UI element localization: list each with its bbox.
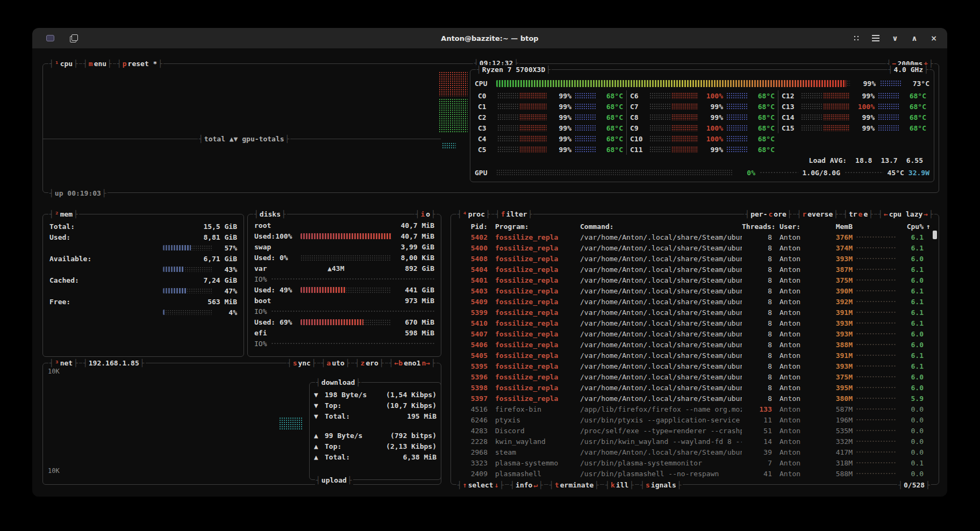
process-pid: 5400 [456, 244, 488, 252]
process-command: /var/home/Anton/.local/share/Steam/ubunt [573, 287, 742, 295]
select-up-icon[interactable]: ↑ [463, 480, 467, 490]
net-interface-selector[interactable]: ←beno1n→ [388, 358, 437, 368]
proc-toggle-button[interactable]: tree [842, 210, 874, 219]
process-row[interactable]: 5396 fossilize_repla /var/home/Anton/.lo… [456, 371, 933, 382]
net-prev-interface-button[interactable]: ←b [395, 358, 403, 368]
disk-used-value: 670 MiB [396, 318, 434, 326]
cpu-box: ¹cpu menu preset * 09:12:32 −2000ms+ tot… [42, 63, 939, 193]
signals-button[interactable]: signals [639, 480, 682, 490]
process-row[interactable]: 5407 fossilize_repla /var/home/Anton/.lo… [456, 328, 933, 339]
core-temp-graph [575, 135, 596, 142]
process-mem: 375M [817, 373, 853, 381]
header-program[interactable]: Program: [488, 223, 573, 231]
net-box-title[interactable]: ³net [48, 358, 79, 368]
header-user[interactable]: User: [772, 223, 817, 231]
process-row[interactable]: 5402 fossilize_repla /var/home/Anton/.lo… [456, 232, 933, 242]
process-program: steam [488, 448, 573, 456]
process-row[interactable]: 2228 kwin_wayland /usr/bin/kwin_wayland … [456, 436, 933, 447]
process-threads: 8 [742, 266, 772, 274]
process-row[interactable]: 3323 plasma-systemmo /usr/bin/plasma-sys… [456, 457, 933, 468]
select-buttons[interactable]: ↑select↓ [456, 480, 505, 490]
header-threads[interactable]: Threads: [742, 223, 772, 231]
process-row[interactable]: 5404 fossilize_repla /var/home/Anton/.lo… [456, 264, 933, 275]
process-pid: 5399 [456, 308, 488, 317]
process-user: Anton [772, 448, 817, 456]
proc-toggle-button[interactable]: per-core [744, 210, 792, 219]
process-row[interactable]: 6246 ptyxis /usr/bin/ptyxis --gapplicati… [456, 414, 933, 425]
process-row[interactable]: 2968 steam /var/home/Anton/.local/share/… [456, 447, 933, 457]
minimize-button[interactable]: ∨ [888, 31, 902, 45]
process-row[interactable]: 5410 fossilize_repla /var/home/Anton/.lo… [456, 318, 933, 328]
proc-toggle-button[interactable]: reverse [796, 210, 839, 219]
new-tab-button[interactable] [67, 31, 81, 45]
close-button[interactable]: × [927, 31, 941, 45]
process-row[interactable]: 5403 fossilize_repla /var/home/Anton/.lo… [456, 285, 933, 296]
process-row[interactable]: 4283 Discord /proc/self/exe --type=rende… [456, 425, 933, 436]
proc-box-title[interactable]: ⁴proc [456, 210, 491, 219]
process-cpu-graph [853, 256, 900, 261]
disk-used-label: Used: 0% [254, 254, 296, 262]
process-program: fossilize_repla [488, 373, 573, 381]
process-mem: 375M [817, 276, 853, 284]
process-cpu-percent: 6.1 [900, 298, 924, 306]
process-program: fossilize_repla [488, 233, 573, 241]
info-button[interactable]: info↵ [509, 480, 544, 490]
process-program: plasma-systemmo [488, 459, 573, 467]
net-toggle-button[interactable]: sync [287, 358, 317, 368]
terminate-button[interactable]: terminate [548, 480, 600, 490]
app-icon[interactable] [43, 31, 57, 45]
sort-direction-icon[interactable]: ↑ [924, 223, 933, 231]
process-row[interactable]: 5405 fossilize_repla /var/home/Anton/.lo… [456, 350, 933, 361]
menu-button[interactable]: menu [82, 59, 113, 68]
sort-prev-button[interactable]: ← [884, 210, 888, 219]
mem-box-title[interactable]: ²mem [48, 210, 79, 219]
upload-stat-line: ▲ Total: 6,38 MiB [314, 451, 437, 462]
core-temp: 68°C [599, 135, 623, 143]
process-row[interactable]: 5400 fossilize_repla /var/home/Anton/.lo… [456, 242, 933, 253]
process-program: fossilize_repla [488, 298, 573, 306]
kill-button[interactable]: kill [604, 480, 635, 490]
filter-button[interactable]: filter [495, 210, 534, 219]
tab-overview-button[interactable] [849, 31, 863, 45]
net-toggle-button[interactable]: zero [354, 358, 385, 368]
maximize-button[interactable]: ∧ [907, 31, 921, 45]
core-usage-graph [649, 92, 698, 99]
process-row[interactable]: 5399 fossilize_repla /var/home/Anton/.lo… [456, 307, 933, 318]
net-next-interface-button[interactable]: n→ [422, 358, 431, 368]
io-mode-button[interactable]: io [414, 210, 437, 219]
header-memb[interactable]: MemB [817, 223, 853, 231]
main-menu-button[interactable] [869, 31, 883, 45]
process-mem: 388M [817, 341, 853, 349]
net-toggle-button[interactable]: auto [320, 358, 351, 368]
preset-button[interactable]: preset * [116, 59, 163, 68]
header-command[interactable]: Command: [573, 223, 742, 231]
process-mem: 376M [817, 233, 853, 241]
process-row[interactable]: 5397 fossilize_repla /var/home/Anton/.lo… [456, 393, 933, 404]
process-row[interactable]: 5408 fossilize_repla /var/home/Anton/.lo… [456, 253, 933, 264]
window-title: Anton@bazzite:~ — btop [32, 34, 947, 42]
process-row[interactable]: 5401 fossilize_repla /var/home/Anton/.lo… [456, 275, 933, 285]
process-mem: 391M [817, 351, 853, 360]
process-command: /proc/self/exe --type=renderer --crashpa [573, 427, 742, 435]
select-down-icon[interactable]: ↓ [495, 480, 499, 490]
net-scale-bottom: 10K [48, 467, 60, 475]
process-row[interactable]: 5395 fossilize_repla /var/home/Anton/.lo… [456, 361, 933, 371]
download-stat-line: ▼ Top: (10,7 Kibps) [314, 400, 437, 411]
cpu-box-title[interactable]: ¹cpu [48, 59, 79, 68]
core-temp-graph [726, 146, 748, 153]
process-row[interactable]: 2409 plasmashell /usr/bin/plasmashell --… [456, 468, 933, 479]
process-user: Anton [772, 351, 817, 360]
process-row[interactable]: 5409 fossilize_repla /var/home/Anton/.lo… [456, 296, 933, 307]
header-pid[interactable]: Pid: [456, 223, 488, 231]
process-row[interactable]: 5398 fossilize_repla /var/home/Anton/.lo… [456, 382, 933, 393]
proc-scrollbar[interactable] [933, 231, 937, 239]
header-cpu[interactable]: Cpu% [900, 223, 924, 231]
proc-sort-selector[interactable]: ←cpu lazy→ [877, 210, 934, 219]
process-row[interactable]: 4516 firefox-bin /app/lib/firefox/firefo… [456, 404, 933, 414]
process-cpu-percent: 0.0 [900, 437, 924, 446]
disks-box-title[interactable]: disks [253, 210, 287, 219]
process-user: Anton [772, 427, 817, 435]
cpu-graph-selector[interactable]: total ▲▼ gpu-totals [198, 134, 290, 143]
process-row[interactable]: 5406 fossilize_repla /var/home/Anton/.lo… [456, 339, 933, 350]
sort-next-button[interactable]: → [924, 210, 928, 219]
